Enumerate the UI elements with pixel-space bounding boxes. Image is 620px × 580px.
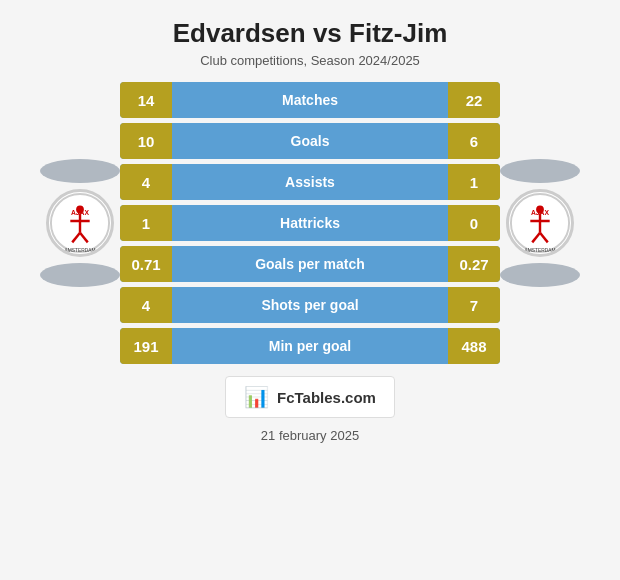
left-logo-ellipse-top — [40, 159, 120, 183]
svg-text:AMSTERDAM: AMSTERDAM — [65, 248, 96, 253]
stat-right-value: 1 — [448, 164, 500, 200]
stat-row: 4Shots per goal7 — [120, 287, 500, 323]
stat-label: Hattricks — [172, 205, 448, 241]
fctables-icon: 📊 — [244, 385, 269, 409]
stat-label: Shots per goal — [172, 287, 448, 323]
stat-right-value: 488 — [448, 328, 500, 364]
page-title: Edvardsen vs Fitz-Jim — [173, 18, 448, 49]
stat-left-value: 4 — [120, 287, 172, 323]
right-club-logo: AJAX AMSTERDAM — [500, 159, 580, 287]
stat-left-value: 4 — [120, 164, 172, 200]
svg-point-14 — [536, 206, 544, 214]
stat-left-value: 0.71 — [120, 246, 172, 282]
stat-right-value: 0.27 — [448, 246, 500, 282]
right-logo-ellipse-top — [500, 159, 580, 183]
stat-left-value: 191 — [120, 328, 172, 364]
main-container: Edvardsen vs Fitz-Jim Club competitions,… — [0, 0, 620, 580]
stat-row: 1Hattricks0 — [120, 205, 500, 241]
stat-row: 10Goals6 — [120, 123, 500, 159]
comparison-row: AJAX AMSTERDAM 14Matches2210Goals64Assis… — [10, 82, 610, 364]
stats-section: 14Matches2210Goals64Assists11Hattricks00… — [120, 82, 500, 364]
stat-right-value: 22 — [448, 82, 500, 118]
left-club-logo: AJAX AMSTERDAM — [40, 159, 120, 287]
stat-row: 191Min per goal488 — [120, 328, 500, 364]
stat-row: 0.71Goals per match0.27 — [120, 246, 500, 282]
svg-point-6 — [76, 206, 84, 214]
left-ajax-svg: AJAX AMSTERDAM — [49, 191, 111, 255]
stat-label: Matches — [172, 82, 448, 118]
fctables-badge: 📊 FcTables.com — [225, 376, 395, 418]
stat-label: Goals per match — [172, 246, 448, 282]
right-ajax-svg: AJAX AMSTERDAM — [509, 191, 571, 255]
stat-left-value: 10 — [120, 123, 172, 159]
stat-left-value: 14 — [120, 82, 172, 118]
left-logo-ellipse-bottom — [40, 263, 120, 287]
left-ajax-logo: AJAX AMSTERDAM — [46, 189, 114, 257]
right-logo-ellipse-bottom — [500, 263, 580, 287]
stat-label: Assists — [172, 164, 448, 200]
stat-right-value: 7 — [448, 287, 500, 323]
stat-right-value: 6 — [448, 123, 500, 159]
date-footer: 21 february 2025 — [261, 428, 359, 443]
stat-row: 4Assists1 — [120, 164, 500, 200]
page-subtitle: Club competitions, Season 2024/2025 — [200, 53, 420, 68]
stat-left-value: 1 — [120, 205, 172, 241]
stat-label: Goals — [172, 123, 448, 159]
stat-row: 14Matches22 — [120, 82, 500, 118]
svg-text:AMSTERDAM: AMSTERDAM — [525, 248, 556, 253]
stat-label: Min per goal — [172, 328, 448, 364]
fctables-label: FcTables.com — [277, 389, 376, 406]
stat-right-value: 0 — [448, 205, 500, 241]
right-ajax-logo: AJAX AMSTERDAM — [506, 189, 574, 257]
